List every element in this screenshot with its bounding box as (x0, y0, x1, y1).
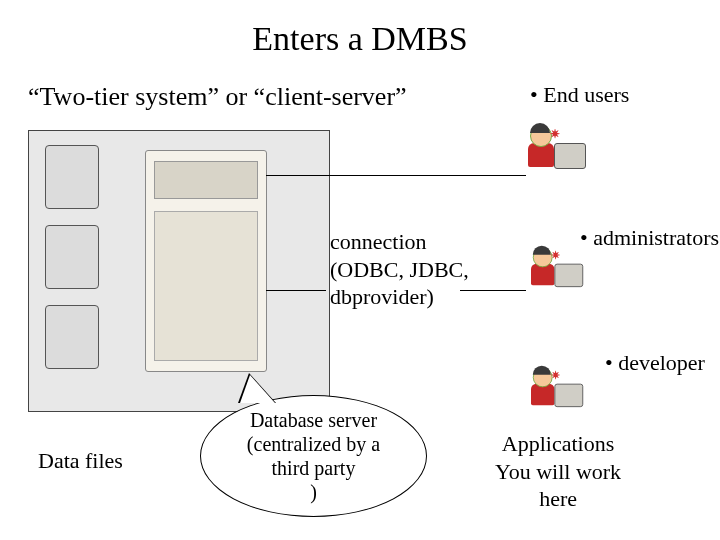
bubble-line4: ) (247, 480, 380, 504)
connection-line (460, 290, 526, 291)
apps-line1: Applications (495, 430, 621, 458)
bubble-tail (240, 375, 275, 403)
apps-line2: You will work (495, 458, 621, 486)
applications-label: Applications You will work here (495, 430, 621, 513)
user-at-computer-icon: ✷ (528, 125, 588, 175)
connection-line (266, 175, 526, 176)
connection-line (266, 290, 326, 291)
connection-line1: connection (330, 228, 469, 256)
disk-icon (45, 225, 99, 289)
disk-icon (45, 305, 99, 369)
user-at-computer-icon: ✷ (531, 368, 585, 413)
server-rack-icon (145, 150, 267, 372)
bubble-line1: Database server (247, 408, 380, 432)
connection-label: connection (ODBC, JDBC, dbprovider) (330, 228, 469, 311)
label-data-files: Data files (38, 448, 123, 474)
apps-line3: here (495, 485, 621, 513)
label-administrators: • administrators (580, 225, 719, 251)
connection-line2: (ODBC, JDBC, (330, 256, 469, 284)
bubble-line3: third party (247, 456, 380, 480)
disk-icon (45, 145, 99, 209)
label-end-users: • End users (530, 82, 629, 108)
connection-line3: dbprovider) (330, 283, 469, 311)
slide-title: Enters a DMBS (0, 20, 720, 58)
db-server-bubble: Database server (centralized by a third … (200, 395, 427, 517)
user-at-computer-icon: ✷ (531, 248, 585, 293)
label-developer: • developer (605, 350, 705, 376)
slide-subtitle: “Two-tier system” or “client-server” (28, 82, 407, 112)
bubble-line2: (centralized by a (247, 432, 380, 456)
